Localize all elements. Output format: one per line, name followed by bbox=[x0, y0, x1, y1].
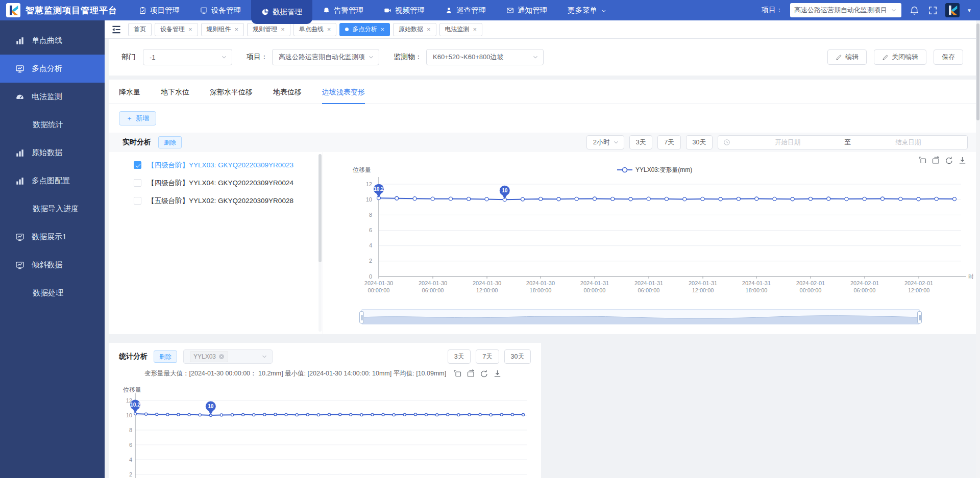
sidebar-item-数据导入进度[interactable]: 数据导入进度 bbox=[0, 195, 105, 223]
breadcrumb-tab-电法监测[interactable]: 电法监测× bbox=[439, 23, 483, 36]
metric-tab-地下水位[interactable]: 地下水位 bbox=[161, 88, 189, 104]
topnav-item-设备管理[interactable]: 设备管理 bbox=[190, 0, 251, 20]
sidebar-item-倾斜数据[interactable]: 倾斜数据 bbox=[0, 251, 105, 279]
tool-restore-icon[interactable] bbox=[467, 369, 475, 378]
sidebar-item-数据处理[interactable]: 数据处理 bbox=[0, 279, 105, 307]
user-menu-caret-icon[interactable]: ▼ bbox=[967, 8, 972, 13]
breadcrumb-tab-首页[interactable]: 首页 bbox=[128, 23, 152, 36]
tool-refresh-icon[interactable] bbox=[480, 369, 488, 378]
realtime-range-button-7天[interactable]: 7天 bbox=[657, 135, 680, 149]
sidebar-collapse-icon[interactable] bbox=[111, 24, 122, 35]
tool-zoom-icon[interactable] bbox=[918, 156, 927, 165]
svg-text:6: 6 bbox=[129, 442, 132, 448]
metric-tab-深部水平位移[interactable]: 深部水平位移 bbox=[210, 88, 253, 104]
tab-close-icon[interactable]: × bbox=[281, 26, 285, 33]
sidebar-item-单点曲线[interactable]: 单点曲线 bbox=[0, 27, 105, 55]
topnav-item-巡查管理[interactable]: 巡查管理 bbox=[435, 0, 496, 20]
monitor-select-value: K60+520~K60+800边坡 bbox=[433, 53, 529, 62]
close-edit-button[interactable]: 关闭编辑 bbox=[874, 49, 926, 65]
point-checkbox[interactable] bbox=[134, 179, 141, 187]
topnav-item-label: 更多菜单 bbox=[568, 6, 597, 15]
datazoom-slider[interactable] bbox=[361, 309, 920, 324]
tool-download-icon[interactable] bbox=[958, 156, 967, 165]
datazoom-handle-right[interactable] bbox=[917, 311, 922, 323]
breadcrumb-tab-多点分析[interactable]: 多点分析× bbox=[339, 23, 390, 36]
stats-range-button-3天[interactable]: 3天 bbox=[448, 349, 471, 364]
list-scrollbar-thumb[interactable] bbox=[318, 154, 322, 262]
tab-close-icon[interactable]: × bbox=[380, 26, 384, 33]
topnav-item-数据管理[interactable]: 数据管理 bbox=[251, 0, 312, 24]
svg-text:4: 4 bbox=[129, 457, 132, 463]
svg-text:12:00:00: 12:00:00 bbox=[692, 287, 714, 293]
sidebar-item-多点图配置[interactable]: 多点图配置 bbox=[0, 167, 105, 195]
stats-delete-button[interactable]: 删除 bbox=[154, 350, 177, 363]
svg-text:10.2: 10.2 bbox=[130, 402, 140, 408]
edit-button[interactable]: 编辑 bbox=[827, 49, 867, 65]
monitor-point-item[interactable]: 【五级台阶】YYLX02: GKYQ20220309YR0028 bbox=[109, 192, 323, 210]
date-range-picker[interactable]: 开始日期 至 结束日期 bbox=[718, 135, 968, 149]
fullscreen-icon[interactable] bbox=[927, 5, 938, 16]
breadcrumb-tab-原始数据[interactable]: 原始数据× bbox=[393, 23, 436, 36]
breadcrumb-tab-单点曲线[interactable]: 单点曲线× bbox=[293, 23, 337, 36]
metric-tab-地表位移[interactable]: 地表位移 bbox=[273, 88, 302, 104]
add-button[interactable]: ＋ 新增 bbox=[119, 111, 156, 125]
sidebar-item-数据展示1[interactable]: 数据展示1 bbox=[0, 223, 105, 251]
tool-restore-icon[interactable] bbox=[932, 156, 940, 165]
stats-range-button-30天[interactable]: 30天 bbox=[504, 349, 531, 364]
sidebar-item-电法监测[interactable]: 电法监测 bbox=[0, 83, 105, 111]
realtime-delete-button[interactable]: 删除 bbox=[158, 136, 182, 148]
project-filter-select[interactable]: 高速公路运营期自动化监测项 bbox=[272, 49, 379, 65]
svg-text:06:00:00: 06:00:00 bbox=[638, 287, 660, 293]
realtime-range-buttons: 3天7天30天 bbox=[629, 135, 713, 149]
user-avatar[interactable] bbox=[945, 3, 960, 17]
tag-close-icon[interactable] bbox=[218, 354, 225, 360]
topnav-item-项目管理[interactable]: 项目管理 bbox=[129, 0, 190, 20]
tool-zoom-icon[interactable] bbox=[453, 369, 462, 378]
tab-close-icon[interactable]: × bbox=[473, 26, 477, 33]
monitor-point-item[interactable]: 【四级台阶】YYLX04: GKYQ20220309YR0024 bbox=[109, 174, 323, 192]
svg-text:2: 2 bbox=[129, 471, 132, 477]
tab-close-icon[interactable]: × bbox=[327, 26, 331, 33]
point-checkbox[interactable] bbox=[134, 161, 141, 169]
svg-text:12: 12 bbox=[366, 181, 372, 187]
metric-tab-边坡浅表变形[interactable]: 边坡浅表变形 bbox=[322, 88, 365, 104]
sidebar-item-原始数据[interactable]: 原始数据 bbox=[0, 139, 105, 167]
point-checkbox[interactable] bbox=[134, 197, 141, 205]
topnav-item-更多菜单[interactable]: 更多菜单 bbox=[557, 0, 617, 20]
sidebar-item-多点分析[interactable]: 多点分析 bbox=[0, 55, 105, 83]
stats-range-button-7天[interactable]: 7天 bbox=[476, 349, 499, 364]
svg-text:10.2: 10.2 bbox=[374, 186, 384, 192]
stats-chart[interactable]: 024681012位移量10.210 bbox=[109, 383, 542, 478]
realtime-range-button-3天[interactable]: 3天 bbox=[629, 135, 652, 149]
tool-download-icon[interactable] bbox=[493, 369, 502, 378]
analysis-panel: 降水量地下水位深部水平位移地表位移边坡浅表变形 ＋ 新增 实时分析 删除 2小时 bbox=[109, 80, 976, 334]
notification-bell-icon[interactable] bbox=[909, 5, 920, 16]
breadcrumb-tab-规则组件[interactable]: 规则组件× bbox=[201, 23, 244, 36]
topnav-item-告警管理[interactable]: 告警管理 bbox=[312, 0, 374, 20]
save-button[interactable]: 保存 bbox=[934, 49, 963, 65]
project-select[interactable]: 高速公路运营期自动化监测项目 bbox=[790, 3, 901, 17]
svg-text:00:00:00: 00:00:00 bbox=[800, 287, 822, 293]
interval-select[interactable]: 2小时 bbox=[586, 135, 624, 149]
tab-close-icon[interactable]: × bbox=[235, 26, 239, 33]
breadcrumb-tab-规则管理[interactable]: 规则管理× bbox=[247, 23, 290, 36]
sidebar-item-label: 电法监测 bbox=[32, 92, 62, 102]
topnav-item-视频管理[interactable]: 视频管理 bbox=[374, 0, 435, 20]
metric-tab-降水量[interactable]: 降水量 bbox=[119, 88, 140, 104]
svg-text:6: 6 bbox=[369, 227, 372, 233]
datazoom-handle-left[interactable] bbox=[359, 311, 364, 323]
metric-tabs: 降水量地下水位深部水平位移地表位移边坡浅表变形 bbox=[109, 80, 976, 104]
tab-close-icon[interactable]: × bbox=[427, 26, 431, 33]
breadcrumb-tab-设备管理[interactable]: 设备管理× bbox=[155, 23, 198, 36]
window-scrollbar-thumb[interactable] bbox=[976, 23, 979, 120]
tool-refresh-icon[interactable] bbox=[945, 156, 953, 165]
topnav-item-通知管理[interactable]: 通知管理 bbox=[496, 0, 557, 20]
stats-point-select[interactable]: YYLX03 bbox=[183, 349, 273, 364]
tab-close-icon[interactable]: × bbox=[188, 26, 192, 33]
sidebar-item-数据统计[interactable]: 数据统计 bbox=[0, 111, 105, 139]
dept-select[interactable]: -1 bbox=[143, 49, 232, 65]
realtime-range-button-30天[interactable]: 30天 bbox=[686, 135, 713, 149]
realtime-chart[interactable]: 0246810122024-01-3000:00:002024-01-3006:… bbox=[329, 155, 973, 308]
monitor-select[interactable]: K60+520~K60+800边坡 bbox=[426, 49, 544, 65]
monitor-point-item[interactable]: 【四级台阶】YYLX03: GKYQ20220309YR0023 bbox=[109, 156, 323, 174]
